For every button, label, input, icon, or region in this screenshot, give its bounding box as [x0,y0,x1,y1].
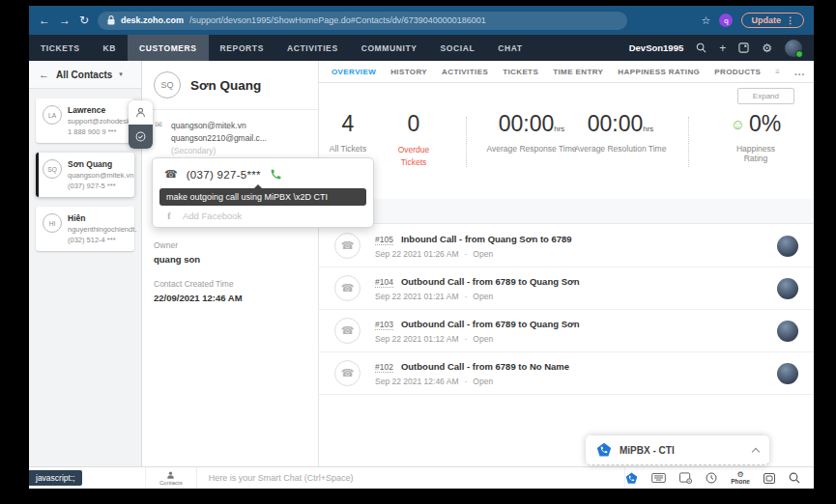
keyboard-shortcuts-icon[interactable] [651,473,666,483]
search-icon[interactable] [789,472,800,484]
feedback-note-icon[interactable] [679,472,692,484]
ticket-row[interactable]: ☎ #105Inbound Call - from Quang Sơn to 6… [319,225,814,267]
tab-happiness-rating[interactable]: HAPPINESS RATING [618,68,700,76]
phone-settings-icon[interactable]: ⚙Phone [731,471,750,486]
add-icon[interactable]: + [719,42,726,54]
status-bar: Contacts ⚙Phone [29,466,814,489]
secondary-email-tag: (Secondary) [171,146,216,155]
ticket-id[interactable]: #103 [375,320,393,330]
url-bar[interactable]: desk.zoho.com/support/devson1995/ShowHom… [98,12,627,30]
add-facebook-link[interactable]: Add Facebook [183,210,242,221]
contacts-sidebar: ← All Contacts ▾ LA Lawrence support@zoh… [29,61,142,466]
green-call-icon[interactable] [270,168,282,181]
expand-button[interactable]: Expand [737,88,794,104]
agent-avatar [777,236,798,257]
ticket-row[interactable]: ☎ #104Outbound Call - from 6789 to Quang… [319,267,814,310]
contacts-bottom-tab[interactable]: Contacts [145,467,197,489]
nav-item-community[interactable]: COMMUNITY [350,35,429,61]
nav-item-social[interactable]: SOCIAL [428,35,486,61]
ticket-subtab-strip [319,199,814,224]
contact-initials-avatar: HI [43,213,62,233]
update-button[interactable]: Update⋮ [741,13,804,28]
ticket-list: ☎ #105Inbound Call - from Quang Sơn to 6… [319,225,814,395]
ticket-id[interactable]: #104 [375,277,393,288]
ticket-row[interactable]: ☎ #103Outbound Call - from 6789 to Quang… [319,310,814,352]
agent-avatar [777,321,798,342]
check-circle-icon[interactable] [129,125,153,149]
recent-history-clock-icon[interactable] [706,472,717,484]
account-name[interactable]: DevSon1995 [629,42,684,53]
overview-panel: OVERVIEW HISTORY ACTIVITIES TICKETS TIME… [319,61,814,466]
tab-sort-icon[interactable]: ≡ [775,68,780,76]
bookmark-star-icon[interactable]: ☆ [702,14,711,27]
tab-products[interactable]: PRODUCTS [714,68,761,76]
smart-chat-input[interactable] [197,467,624,489]
person-icon[interactable] [129,100,153,125]
chevron-up-icon[interactable] [752,447,760,455]
ticket-date: Sep 22 2021 01:12 AM [375,334,459,344]
ticket-id[interactable]: #102 [375,362,393,373]
divider [466,117,467,167]
contact-detail-panel: SQ Sơn Quang ✉ quangson@mitek.vn quangso… [142,61,319,466]
tab-tickets[interactable]: TICKETS [503,68,538,76]
forward-icon[interactable]: → [59,14,71,26]
extension-badge-icon[interactable]: q [719,14,733,27]
recent-activity-icon[interactable] [738,42,749,53]
search-icon[interactable] [696,42,706,53]
ticket-title[interactable]: Inbound Call - from Quang Sơn to 6789 [401,234,572,244]
contact-name: Sơn Quang [68,159,134,169]
mipbx-phone-icon[interactable] [625,472,638,485]
primary-email[interactable]: quangson@mitek.vn [171,120,306,132]
contacts-view-title[interactable]: All Contacts [56,70,112,80]
screenshot-icon[interactable] [764,473,775,484]
settings-gear-icon[interactable]: ⚙ [762,42,772,54]
back-icon[interactable]: ← [39,14,50,26]
contact-name: Lawrence [68,105,137,115]
contact-avatar: SQ [154,71,181,98]
contact-card-lawrence[interactable]: LA Lawrence support@zohodesk.c... 1 888 … [36,98,134,143]
ticket-row[interactable]: ☎ #102Outbound Call - from 6789 to No Na… [319,352,814,395]
ticket-title[interactable]: Outbound Call - from 6789 to No Name [401,361,569,372]
tab-overview[interactable]: OVERVIEW [332,68,376,76]
contact-initials-avatar: SQ [43,159,62,179]
browser-window: ← → ↻ desk.zoho.com/support/devson1995/S… [29,6,814,489]
ticket-title[interactable]: Outbound Call - from 6789 to Quang Sơn [401,276,580,287]
stat-avg-response-time: 00:00hrs Average Response Time [487,111,577,154]
reload-icon[interactable]: ↻ [79,14,89,26]
tab-time-entry[interactable]: TIME ENTRY [553,68,603,76]
update-menu-icon: ⋮ [786,15,794,25]
contact-email: nguyenthingochiendt... [68,225,137,234]
nav-item-reports[interactable]: REPORTS [209,35,275,61]
contact-initials-avatar: LA [43,105,62,125]
nav-item-activities[interactable]: ACTIVITIES [275,35,350,61]
ticket-status: Open [473,377,493,386]
ticket-date: Sep 22 2021 01:21 AM [375,292,459,301]
back-arrow-icon[interactable]: ← [39,69,49,80]
ticket-id[interactable]: #105 [375,235,393,245]
user-avatar[interactable] [785,40,802,57]
nav-item-tickets[interactable]: TICKETS [29,35,92,61]
call-tooltip: make outgoing call using MiPBX \x2D CTI [159,188,366,206]
created-time-value: 22/09/2021 12:46 AM [154,293,243,303]
more-tabs-icon[interactable]: ... [794,67,805,77]
nav-item-customers[interactable]: CUSTOMERS [128,35,209,61]
contact-card-son-quang[interactable]: SQ Sơn Quang quangson@mitek.vn (037) 927… [36,153,134,197]
popup-phone-number: (037) 927-5*** [187,169,261,181]
ticket-title[interactable]: Outbound Call - from 6789 to Quang Sơn [401,319,580,329]
url-host: desk.zoho.com [121,15,184,25]
ticket-date: Sep 22 2021 01:26 AM [375,249,459,259]
mipbx-phone-icon [596,442,612,458]
call-ticket-icon: ☎ [334,318,360,344]
tab-history[interactable]: HISTORY [390,68,427,76]
phone-call-popup: ☎ (037) 927-5*** make outgoing call usin… [152,157,374,228]
call-ticket-icon: ☎ [334,275,360,301]
tab-activities[interactable]: ACTIVITIES [442,68,488,76]
nav-item-chat[interactable]: CHAT [486,35,533,61]
chevron-down-icon: ▾ [119,70,123,78]
contact-card-hien[interactable]: HI Hiên nguyenthingochiendt... (032) 512… [36,207,134,251]
cti-widget[interactable]: MiPBX - CTI [586,435,769,465]
contact-hover-toolbar [129,100,153,149]
stats-row: 4 All Tickets 0 Overdue Tickets 00:00hrs… [319,111,814,171]
nav-item-kb[interactable]: KB [92,35,128,61]
secondary-email[interactable]: quangson2210@gmail.c... [171,133,267,143]
